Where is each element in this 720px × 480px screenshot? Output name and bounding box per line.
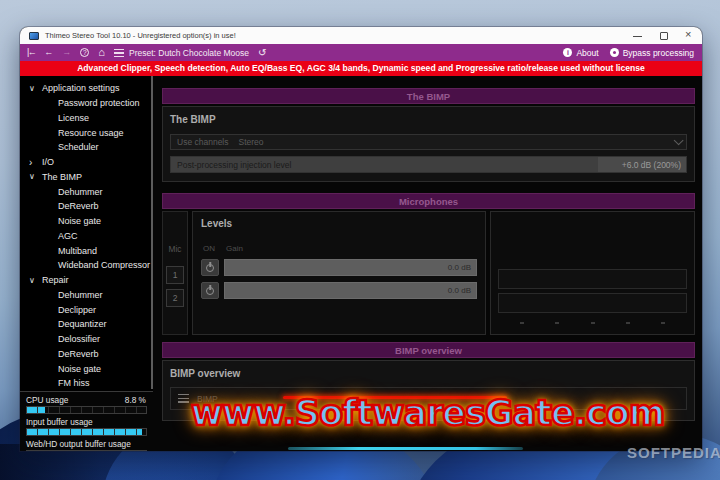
skip-to-start-icon[interactable] [27, 44, 35, 61]
watermark-cyan-line [288, 447, 523, 450]
mic-2-selector[interactable]: 2 [166, 289, 184, 307]
softpedia-watermark: SOFTPEDIA [627, 444, 720, 461]
sidebar-item-scheduler[interactable]: Scheduler [20, 140, 153, 155]
app-icon [29, 32, 39, 40]
sidebar-item-agc[interactable]: AGC [20, 229, 153, 244]
about-button[interactable]: i About [563, 48, 598, 58]
use-channels-value: Stereo [239, 137, 264, 147]
sidebar-item-the-bimp[interactable]: The BIMP [20, 170, 153, 185]
web-buffer-label: Web/HD output buffer usage [26, 439, 131, 449]
sidebar-item-dereverb[interactable]: DeReverb [20, 199, 153, 214]
injection-level-value: +6.0 dB (200%) [598, 157, 686, 172]
levels-panel: Levels ON Gain 0.0 dB 0.0 dB [192, 211, 486, 335]
bypass-processing-button[interactable]: Bypass processing [610, 48, 694, 58]
chevron-expanded-icon [29, 84, 42, 93]
injection-level-slider[interactable]: Post-processing injection level +6.0 dB … [170, 156, 687, 173]
toolbar-right: i About Bypass processing [563, 48, 694, 58]
sidebar-item-fm-hiss[interactable]: FM hiss [20, 376, 153, 391]
forward-icon[interactable] [62, 44, 71, 61]
info-icon: i [563, 48, 572, 57]
sidebar-item-repair-dehummer[interactable]: Dehummer [20, 288, 153, 303]
help-icon[interactable] [80, 48, 89, 57]
license-warning-banner: Advanced Clipper, Speech detection, Auto… [20, 61, 702, 76]
sidebar-item-declipper[interactable]: Declipper [20, 302, 153, 317]
mic-1-level-meter [498, 269, 687, 289]
app-window: Thimeo Stereo Tool 10.10 - Unregistered … [20, 27, 702, 451]
sidebar-item-noise-gate[interactable]: Noise gate [20, 214, 153, 229]
bypass-icon [610, 48, 619, 57]
meter-scale-ticks [498, 322, 687, 324]
bimp-overview-title: BIMP overview [170, 368, 687, 379]
mic-column: Mic 1 2 [162, 211, 188, 335]
levels-title: Levels [201, 218, 477, 229]
gain-column-label: Gain [226, 244, 243, 253]
sidebar-item-password-protection[interactable]: Password protection [20, 96, 153, 111]
power-icon [206, 264, 214, 272]
sidebar-item-application-settings[interactable]: Application settings [20, 81, 153, 96]
cpu-usage-label: CPU usage [26, 395, 68, 405]
sidebar-item-dehummer[interactable]: Dehummer [20, 184, 153, 199]
sidebar-item-repair-noise-gate[interactable]: Noise gate [20, 361, 153, 376]
sidebar-item-io[interactable]: I/O [20, 155, 153, 170]
chevron-expanded-icon [29, 172, 42, 181]
web-buffer-meter [26, 450, 147, 451]
sidebar-item-multiband[interactable]: Multiband [20, 243, 153, 258]
window-controls [633, 31, 694, 40]
maximize-button[interactable] [659, 31, 668, 40]
mic-2-gain-slider[interactable]: 0.0 dB [224, 282, 477, 299]
microphones-panel: Mic 1 2 Levels ON Gain 0.0 dB [162, 211, 695, 335]
softwaresgate-watermark: www.SoftwaresGate.com [140, 393, 715, 433]
sidebar-item-repair[interactable]: Repair [20, 273, 153, 288]
mic-2-level-meter [498, 293, 687, 313]
minimize-button[interactable] [633, 31, 642, 40]
status-panel: CPU usage 8.8 % Input buffer usage Web/H… [20, 391, 153, 451]
settings-tree: Application settings Password protection… [20, 76, 153, 391]
mic-1-power-button[interactable] [201, 259, 219, 276]
home-icon[interactable] [98, 44, 105, 62]
sidebar-item-repair-dereverb[interactable]: DeReverb [20, 347, 153, 362]
injection-level-label: Post-processing injection level [171, 157, 598, 172]
section-header-the-bimp: The BIMP [162, 88, 695, 104]
mic-2-row: 0.0 dB [201, 282, 477, 299]
input-buffer-label: Input buffer usage [26, 417, 93, 427]
mic-column-label: Mic [169, 244, 182, 254]
sidebar-item-resource-usage[interactable]: Resource usage [20, 125, 153, 140]
back-icon[interactable] [44, 44, 53, 61]
mic-meters-panel [490, 211, 695, 335]
close-button[interactable] [685, 31, 694, 40]
mic-2-power-button[interactable] [201, 282, 219, 299]
preset-list-icon[interactable] [114, 49, 124, 57]
mic-1-row: 0.0 dB [201, 259, 477, 276]
section-header-microphones: Microphones [162, 193, 695, 209]
window-title: Thimeo Stereo Tool 10.10 - Unregistered … [45, 31, 236, 40]
section-header-bimp-overview: BIMP overview [162, 342, 695, 358]
preset-button[interactable]: Preset: Dutch Chocolate Moose [129, 48, 249, 58]
undo-icon[interactable] [258, 44, 266, 62]
chevron-collapsed-icon [29, 157, 42, 168]
cpu-usage-meter [26, 406, 147, 414]
title-bar: Thimeo Stereo Tool 10.10 - Unregistered … [20, 27, 702, 44]
sidebar-item-wideband-compressor[interactable]: Wideband Compressor [20, 258, 153, 273]
sidebar-scrollbar[interactable] [151, 76, 153, 389]
bimp-panel-title: The BIMP [170, 114, 687, 125]
power-icon [206, 287, 214, 295]
sidebar-item-license[interactable]: License [20, 111, 153, 126]
bimp-panel: The BIMP Use channels Stereo Post-proces… [162, 106, 695, 182]
use-channels-dropdown[interactable]: Use channels Stereo [170, 134, 687, 150]
sidebar-item-dequantizer[interactable]: Dequantizer [20, 317, 153, 332]
levels-header: ON Gain [201, 244, 477, 253]
toolbar: Preset: Dutch Chocolate Moose i About By… [20, 44, 702, 61]
sidebar: Application settings Password protection… [20, 76, 153, 451]
input-buffer-meter [26, 428, 147, 436]
sidebar-item-delossifier[interactable]: Delossifier [20, 332, 153, 347]
use-channels-label: Use channels [177, 137, 229, 147]
on-column-label: ON [201, 244, 226, 253]
chevron-expanded-icon [29, 276, 42, 285]
mic-1-selector[interactable]: 1 [166, 266, 184, 284]
chevron-down-icon [674, 135, 684, 145]
mic-1-gain-slider[interactable]: 0.0 dB [224, 259, 477, 276]
